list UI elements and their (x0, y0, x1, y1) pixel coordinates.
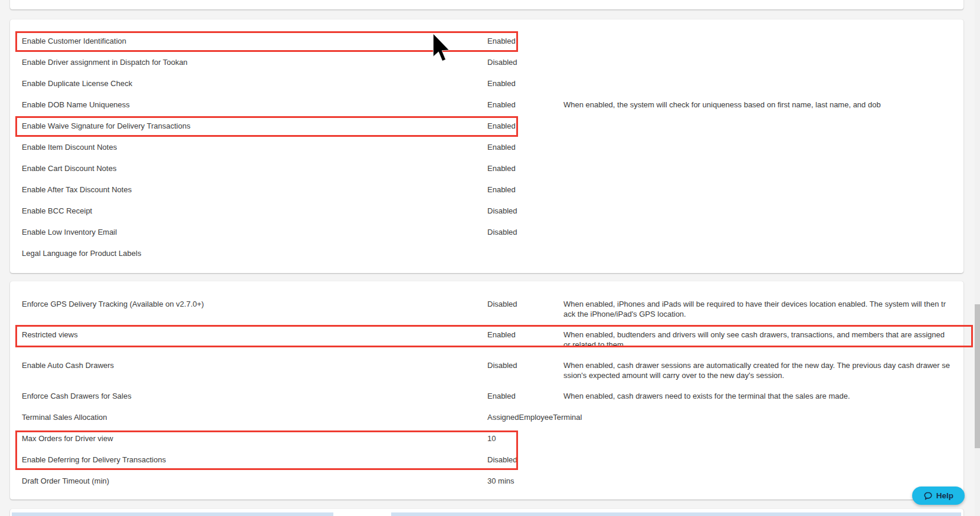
setting-row[interactable]: Restricted viewsEnabledWhen enabled, bud… (10, 330, 963, 360)
setting-value: Enabled (487, 163, 563, 173)
setting-row[interactable]: Enforce GPS Delivery Tracking (Available… (10, 299, 963, 330)
setting-row[interactable]: Enable Deferring for Delivery Transactio… (10, 455, 963, 476)
setting-value: Enabled (487, 78, 563, 88)
setting-description: When enabled, the system will check for … (563, 100, 950, 110)
setting-value: Enabled (487, 185, 563, 195)
setting-value: Enabled (487, 142, 563, 152)
setting-row[interactable]: Legal Language for Product Labels (10, 242, 963, 264)
setting-value: AssignedEmployeeTerminal (487, 412, 563, 422)
setting-value: Disabled (487, 57, 563, 67)
setting-label: Enable Waive Signature for Delivery Tran… (22, 121, 487, 131)
setting-value: Disabled (487, 455, 563, 465)
scrollbar-thumb[interactable] (975, 304, 980, 448)
setting-label: Draft Order Timeout (min) (22, 476, 487, 486)
setting-label: Enable Customer Identification (22, 36, 487, 46)
help-button-label: Help (936, 491, 953, 500)
speech-bubble-icon (923, 491, 933, 501)
setting-row[interactable]: Draft Order Timeout (min)30 mins (10, 476, 963, 497)
setting-description: When enabled, cash drawer sessions are a… (563, 360, 950, 380)
setting-description: When enabled, cash drawers need to exist… (563, 391, 950, 401)
setting-row[interactable]: Enforce Cash Drawers for SalesEnabledWhe… (10, 391, 963, 412)
setting-label: Enforce GPS Delivery Tracking (Available… (22, 299, 487, 309)
settings-card-general: Enable Customer IdentificationEnabledEna… (10, 19, 963, 273)
setting-value: 30 mins (487, 476, 563, 486)
setting-label: Legal Language for Product Labels (22, 248, 487, 258)
setting-row[interactable]: Enable Auto Cash DrawersDisabledWhen ena… (10, 360, 963, 391)
setting-value: Disabled (487, 206, 563, 216)
setting-value: Enabled (487, 121, 563, 131)
setting-value: Disabled (487, 360, 563, 370)
setting-value: 10 (487, 433, 563, 443)
setting-row[interactable]: Enable Cart Discount NotesEnabled (10, 157, 963, 179)
setting-label: Enable BCC Receipt (22, 206, 487, 216)
setting-row[interactable]: Enable Waive Signature for Delivery Tran… (10, 115, 963, 136)
setting-label: Enable Cart Discount Notes (22, 163, 487, 173)
setting-description: When enabled, budtenders and drivers wil… (563, 330, 950, 350)
previous-card-fragment (10, 0, 963, 9)
setting-label: Enable After Tax Discount Notes (22, 185, 487, 195)
setting-label: Enable Low Inventory Email (22, 227, 487, 237)
setting-value: Enabled (487, 36, 563, 46)
setting-label: Restricted views (22, 330, 487, 340)
next-card-fragment (10, 509, 963, 516)
setting-label: Terminal Sales Allocation (22, 412, 487, 422)
setting-label: Max Orders for Driver view (22, 433, 487, 443)
setting-description: When enabled, iPhones and iPads will be … (563, 299, 950, 319)
setting-value: Enabled (487, 330, 563, 340)
setting-row[interactable]: Enable BCC ReceiptDisabled (10, 200, 963, 221)
setting-row[interactable]: Enable DOB Name UniquenessEnabledWhen en… (10, 94, 963, 115)
setting-label: Enable Auto Cash Drawers (22, 360, 487, 370)
setting-row[interactable]: Terminal Sales AllocationAssignedEmploye… (10, 412, 963, 433)
setting-value: Enabled (487, 100, 563, 110)
setting-row[interactable]: Enable Low Inventory EmailDisabled (10, 221, 963, 242)
setting-row[interactable]: Enable After Tax Discount NotesEnabled (10, 179, 963, 200)
help-button[interactable]: Help (912, 487, 965, 505)
setting-value: Disabled (487, 227, 563, 237)
setting-value: Disabled (487, 299, 563, 309)
setting-label: Enable Driver assignment in Dispatch for… (22, 57, 487, 67)
setting-label: Enable Item Discount Notes (22, 142, 487, 152)
setting-row[interactable]: Max Orders for Driver view10 (10, 433, 963, 455)
setting-label: Enable Duplicate License Check (22, 78, 487, 88)
settings-card-operations: Enforce GPS Delivery Tracking (Available… (10, 281, 963, 499)
setting-label: Enable DOB Name Uniqueness (22, 100, 487, 110)
setting-label: Enable Deferring for Delivery Transactio… (22, 455, 487, 465)
setting-row[interactable]: Enable Customer IdentificationEnabled (10, 30, 963, 51)
next-card-header-fragment (391, 512, 961, 516)
setting-row[interactable]: Enable Item Discount NotesEnabled (10, 136, 963, 157)
setting-row[interactable]: Enable Driver assignment in Dispatch for… (10, 51, 963, 73)
setting-row[interactable]: Enable Duplicate License CheckEnabled (10, 73, 963, 94)
setting-value: Enabled (487, 391, 563, 401)
scrollbar-track[interactable] (975, 0, 980, 516)
setting-label: Enforce Cash Drawers for Sales (22, 391, 487, 401)
next-card-header-fragment (12, 512, 333, 516)
